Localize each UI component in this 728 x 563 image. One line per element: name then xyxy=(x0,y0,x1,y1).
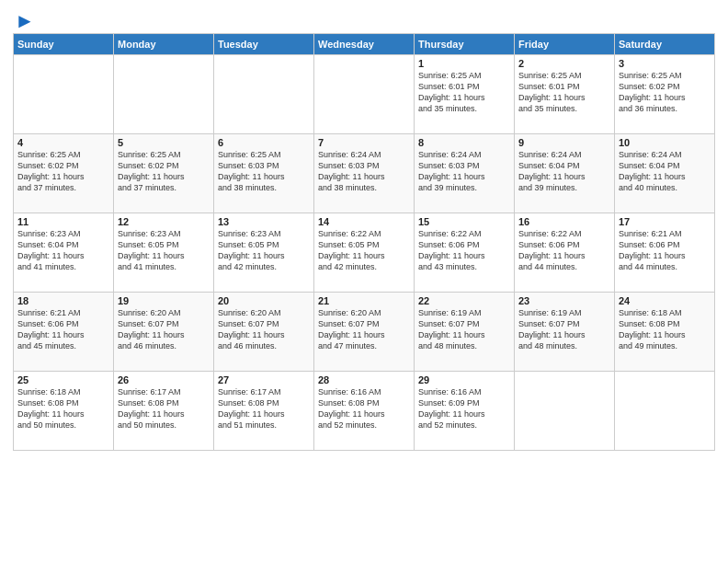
day-number: 8 xyxy=(418,137,510,148)
day-info: Sunrise: 6:24 AM Sunset: 6:03 PM Dayligh… xyxy=(318,149,410,194)
day-info: Sunrise: 6:19 AM Sunset: 6:07 PM Dayligh… xyxy=(518,307,610,352)
calendar-cell: 21Sunrise: 6:20 AM Sunset: 6:07 PM Dayli… xyxy=(314,293,415,372)
day-info: Sunrise: 6:17 AM Sunset: 6:08 PM Dayligh… xyxy=(218,386,310,431)
day-info: Sunrise: 6:22 AM Sunset: 6:06 PM Dayligh… xyxy=(518,228,610,273)
calendar-cell: 8Sunrise: 6:24 AM Sunset: 6:03 PM Daylig… xyxy=(415,134,515,213)
day-info: Sunrise: 6:22 AM Sunset: 6:06 PM Dayligh… xyxy=(418,228,510,273)
calendar-cell: 22Sunrise: 6:19 AM Sunset: 6:07 PM Dayli… xyxy=(415,293,515,372)
day-info: Sunrise: 6:24 AM Sunset: 6:04 PM Dayligh… xyxy=(619,149,711,194)
day-info: Sunrise: 6:20 AM Sunset: 6:07 PM Dayligh… xyxy=(118,307,210,352)
week-row-3: 11Sunrise: 6:23 AM Sunset: 6:04 PM Dayli… xyxy=(14,213,715,293)
calendar-cell: 10Sunrise: 6:24 AM Sunset: 6:04 PM Dayli… xyxy=(615,134,715,213)
day-info: Sunrise: 6:25 AM Sunset: 6:01 PM Dayligh… xyxy=(418,70,510,115)
day-number: 10 xyxy=(619,137,711,148)
calendar-cell: 7Sunrise: 6:24 AM Sunset: 6:03 PM Daylig… xyxy=(314,134,415,213)
calendar-cell: 14Sunrise: 6:22 AM Sunset: 6:05 PM Dayli… xyxy=(314,213,415,293)
week-row-4: 18Sunrise: 6:21 AM Sunset: 6:06 PM Dayli… xyxy=(14,293,715,372)
calendar-cell: 3Sunrise: 6:25 AM Sunset: 6:02 PM Daylig… xyxy=(615,55,715,134)
day-info: Sunrise: 6:19 AM Sunset: 6:07 PM Dayligh… xyxy=(418,307,510,352)
calendar-cell xyxy=(214,55,314,134)
calendar-cell: 27Sunrise: 6:17 AM Sunset: 6:08 PM Dayli… xyxy=(214,372,314,451)
day-number: 1 xyxy=(418,58,510,69)
day-number: 22 xyxy=(418,295,510,306)
day-number: 17 xyxy=(619,216,711,227)
day-info: Sunrise: 6:25 AM Sunset: 6:02 PM Dayligh… xyxy=(118,149,210,194)
day-info: Sunrise: 6:22 AM Sunset: 6:05 PM Dayligh… xyxy=(318,228,410,273)
calendar-cell: 20Sunrise: 6:20 AM Sunset: 6:07 PM Dayli… xyxy=(214,293,314,372)
day-number: 27 xyxy=(218,374,310,385)
day-number: 19 xyxy=(118,295,210,306)
calendar-cell: 16Sunrise: 6:22 AM Sunset: 6:06 PM Dayli… xyxy=(515,213,615,293)
calendar-cell xyxy=(515,372,615,451)
header: ► xyxy=(13,9,715,29)
calendar-cell: 17Sunrise: 6:21 AM Sunset: 6:06 PM Dayli… xyxy=(615,213,715,293)
week-row-2: 4Sunrise: 6:25 AM Sunset: 6:02 PM Daylig… xyxy=(14,134,715,213)
calendar-cell: 24Sunrise: 6:18 AM Sunset: 6:08 PM Dayli… xyxy=(615,293,715,372)
page-container: ► SundayMondayTuesdayWednesdayThursdayFr… xyxy=(0,0,728,456)
day-info: Sunrise: 6:25 AM Sunset: 6:02 PM Dayligh… xyxy=(619,70,711,115)
day-number: 24 xyxy=(619,295,711,306)
day-info: Sunrise: 6:17 AM Sunset: 6:08 PM Dayligh… xyxy=(118,386,210,431)
day-info: Sunrise: 6:21 AM Sunset: 6:06 PM Dayligh… xyxy=(619,228,711,273)
week-row-1: 1Sunrise: 6:25 AM Sunset: 6:01 PM Daylig… xyxy=(14,55,715,134)
day-info: Sunrise: 6:18 AM Sunset: 6:08 PM Dayligh… xyxy=(619,307,711,352)
day-number: 23 xyxy=(518,295,610,306)
day-number: 26 xyxy=(118,374,210,385)
header-wednesday: Wednesday xyxy=(314,34,415,55)
day-number: 5 xyxy=(118,137,210,148)
header-thursday: Thursday xyxy=(415,34,515,55)
calendar-header-row: SundayMondayTuesdayWednesdayThursdayFrid… xyxy=(14,34,715,55)
day-info: Sunrise: 6:20 AM Sunset: 6:07 PM Dayligh… xyxy=(218,307,310,352)
day-number: 6 xyxy=(218,137,310,148)
day-number: 13 xyxy=(218,216,310,227)
calendar-cell xyxy=(314,55,415,134)
day-info: Sunrise: 6:20 AM Sunset: 6:07 PM Dayligh… xyxy=(318,307,410,352)
day-number: 2 xyxy=(518,58,610,69)
calendar-cell: 9Sunrise: 6:24 AM Sunset: 6:04 PM Daylig… xyxy=(515,134,615,213)
day-info: Sunrise: 6:23 AM Sunset: 6:05 PM Dayligh… xyxy=(218,228,310,273)
calendar-cell: 28Sunrise: 6:16 AM Sunset: 6:08 PM Dayli… xyxy=(314,372,415,451)
calendar-cell: 26Sunrise: 6:17 AM Sunset: 6:08 PM Dayli… xyxy=(114,372,214,451)
calendar-cell: 29Sunrise: 6:16 AM Sunset: 6:09 PM Dayli… xyxy=(415,372,515,451)
header-sunday: Sunday xyxy=(14,34,114,55)
calendar-cell xyxy=(615,372,715,451)
calendar-cell: 13Sunrise: 6:23 AM Sunset: 6:05 PM Dayli… xyxy=(214,213,314,293)
day-number: 11 xyxy=(17,216,109,227)
calendar-cell: 19Sunrise: 6:20 AM Sunset: 6:07 PM Dayli… xyxy=(114,293,214,372)
day-number: 14 xyxy=(318,216,410,227)
day-info: Sunrise: 6:23 AM Sunset: 6:04 PM Dayligh… xyxy=(17,228,109,273)
day-info: Sunrise: 6:18 AM Sunset: 6:08 PM Dayligh… xyxy=(17,386,109,431)
day-number: 9 xyxy=(518,137,610,148)
day-number: 16 xyxy=(518,216,610,227)
day-number: 21 xyxy=(318,295,410,306)
header-friday: Friday xyxy=(515,34,615,55)
calendar-table: SundayMondayTuesdayWednesdayThursdayFrid… xyxy=(13,33,715,451)
calendar-cell xyxy=(14,55,114,134)
day-info: Sunrise: 6:25 AM Sunset: 6:01 PM Dayligh… xyxy=(518,70,610,115)
day-info: Sunrise: 6:25 AM Sunset: 6:03 PM Dayligh… xyxy=(218,149,310,194)
header-tuesday: Tuesday xyxy=(214,34,314,55)
day-info: Sunrise: 6:16 AM Sunset: 6:09 PM Dayligh… xyxy=(418,386,510,431)
day-number: 7 xyxy=(318,137,410,148)
day-number: 28 xyxy=(318,374,410,385)
calendar-cell: 5Sunrise: 6:25 AM Sunset: 6:02 PM Daylig… xyxy=(114,134,214,213)
logo: ► xyxy=(13,9,35,29)
calendar-cell xyxy=(114,55,214,134)
calendar-cell: 15Sunrise: 6:22 AM Sunset: 6:06 PM Dayli… xyxy=(415,213,515,293)
day-info: Sunrise: 6:24 AM Sunset: 6:03 PM Dayligh… xyxy=(418,149,510,194)
calendar-cell: 4Sunrise: 6:25 AM Sunset: 6:02 PM Daylig… xyxy=(14,134,114,213)
day-info: Sunrise: 6:16 AM Sunset: 6:08 PM Dayligh… xyxy=(318,386,410,431)
day-info: Sunrise: 6:24 AM Sunset: 6:04 PM Dayligh… xyxy=(518,149,610,194)
calendar-cell: 12Sunrise: 6:23 AM Sunset: 6:05 PM Dayli… xyxy=(114,213,214,293)
header-monday: Monday xyxy=(114,34,214,55)
day-number: 29 xyxy=(418,374,510,385)
day-number: 4 xyxy=(17,137,109,148)
calendar-cell: 25Sunrise: 6:18 AM Sunset: 6:08 PM Dayli… xyxy=(14,372,114,451)
week-row-5: 25Sunrise: 6:18 AM Sunset: 6:08 PM Dayli… xyxy=(14,372,715,451)
calendar-cell: 1Sunrise: 6:25 AM Sunset: 6:01 PM Daylig… xyxy=(415,55,515,134)
calendar-cell: 6Sunrise: 6:25 AM Sunset: 6:03 PM Daylig… xyxy=(214,134,314,213)
logo-bird-icon: ► xyxy=(15,9,35,33)
day-number: 20 xyxy=(218,295,310,306)
day-number: 12 xyxy=(118,216,210,227)
day-number: 15 xyxy=(418,216,510,227)
